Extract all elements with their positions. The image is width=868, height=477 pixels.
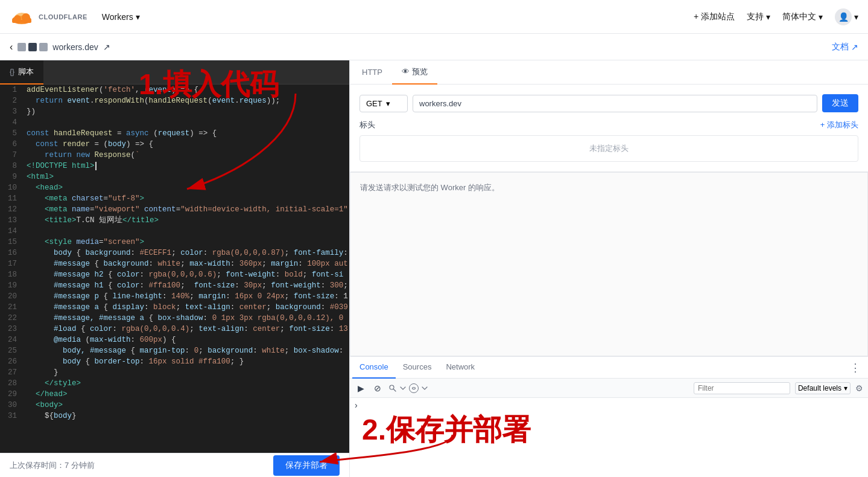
code-line: 4 [0,117,349,128]
console-run-btn[interactable]: ▶ [355,382,367,394]
code-area[interactable]: 1 addEventListener('fetch', (event) => {… [0,85,349,453]
add-site-btn[interactable]: + 添加站点 [694,11,735,22]
method-select[interactable]: GET ▾ [360,95,408,112]
tab-preview[interactable]: 👁 预览 [392,60,437,85]
code-line: 1 addEventListener('fetch', (event) => { [0,85,349,95]
worker-name: workers.dev [52,42,98,52]
doc-label: 文档 [832,42,849,53]
support-btn[interactable]: 支持 ▾ [747,11,770,22]
tab-http[interactable]: HTTP [352,60,392,85]
user-btn[interactable]: 👤 ▾ [835,8,858,25]
breadcrumb-bar: ‹ workers.dev ↗ 文档 ↗ [0,34,868,60]
preview-icon: 👁 [402,67,410,76]
code-line: 20 #message p { line-height: 140%; margi… [0,291,349,302]
devtools-panel: Console Sources Network ⋮ ▶ ⊘ [350,356,868,477]
code-line: 12 <meta name="viewport" content="width=… [0,204,349,215]
code-line: 19 #message h1 { color: #ffa100; font-si… [0,280,349,291]
code-line: 24 @media (max-width: 600px) { [0,335,349,345]
cloudflare-logo [10,9,34,25]
method-chevron-icon: ▾ [386,99,390,108]
code-line: 2 return event.respondWith(handleRequest… [0,95,349,106]
support-chevron-icon: ▾ [766,12,770,22]
nav-right: + 添加站点 支持 ▾ 简体中文 ▾ 👤 ▾ [694,8,858,25]
down-arrow-2-icon [421,385,428,392]
tab-script[interactable]: {} 脚本 [0,60,43,85]
filter-input[interactable] [694,382,790,394]
headers-title: 标头 [360,120,375,130]
code-line: 27 } [0,367,349,378]
add-header-button[interactable]: + 添加标头 [820,120,858,130]
support-label: 支持 [747,11,764,22]
language-label: 简体中文 [782,11,816,22]
external-link-icon[interactable]: ↗ [103,42,110,52]
last-save-text: 上次保存时间：7 分钟前 [10,460,95,471]
add-site-label: + 添加站点 [694,11,735,22]
code-line: 22 #message, #message a { box-shadow: 0 … [0,313,349,324]
right-panel-inner: GET ▾ 发送 标头 + 添加标头 未指定标头 [350,85,868,477]
gear-icon[interactable]: ⚙ [855,383,863,393]
headers-title-row: 标头 + 添加标头 [360,120,858,130]
doc-link-icon: ↗ [851,42,858,52]
http-row: GET ▾ 发送 [360,94,858,112]
workers-chevron-icon: ▾ [136,12,140,22]
request-area: GET ▾ 发送 标头 + 添加标头 未指定标头 [350,85,868,172]
logo-area: CLOUDFLARE [10,9,87,25]
back-arrow-icon[interactable]: ‹ [10,42,13,53]
devtools-toolbar: ▶ ⊘ [350,379,868,398]
code-line: 9 <html> [0,171,349,182]
top-nav: CLOUDFLARE Workers ▾ + 添加站点 支持 ▾ 简体中文 ▾ … [0,0,868,34]
devtools-tab-network[interactable]: Network [439,357,482,379]
method-label: GET [366,99,382,108]
url-input[interactable] [413,95,817,112]
send-button[interactable]: 发送 [822,94,858,112]
code-line: 3 }) [0,106,349,117]
levels-select[interactable]: Default levels ▾ [795,382,851,394]
code-line: 5 const handleRequest = async (request) … [0,128,349,139]
page-wrapper: CLOUDFLARE Workers ▾ + 添加站点 支持 ▾ 简体中文 ▾ … [0,0,868,477]
code-line: 8 <!DOCTYPE html> [0,161,349,171]
block-icon-1 [17,43,26,51]
editor-tabs: {} 脚本 [0,60,349,85]
deploy-button[interactable]: 保存并部署 [273,455,340,476]
devtools-more-icon[interactable]: ⋮ [845,361,866,374]
language-btn[interactable]: 简体中文 ▾ [782,11,823,22]
devtools-content: › [350,398,868,477]
doc-link[interactable]: 文档 ↗ [832,42,858,53]
script-tab-icon: {} [10,68,14,76]
headers-section: 标头 + 添加标头 未指定标头 [360,120,858,162]
console-prompt-icon[interactable]: › [355,400,358,410]
code-line: 21 #message a { display: block; text-ali… [0,302,349,313]
right-panel: HTTP 👁 预览 GET ▾ 发送 [350,60,868,477]
devtools-tab-sources[interactable]: Sources [396,357,439,379]
code-line: 18 #message h2 { color: rgba(0,0,0,0.6);… [0,269,349,280]
filter-icon [388,384,397,392]
code-line: 16 body { background: #ECEFF1; color: rg… [0,248,349,258]
workers-nav[interactable]: Workers ▾ [102,12,140,22]
code-line: 25 body, #message { margin-top: 0; backg… [0,345,349,356]
right-tabs: HTTP 👁 预览 [350,60,868,85]
block-icon-2 [28,43,37,51]
code-line: 13 <title>T.CN 短网址</title> [0,215,349,226]
devtools-tab-console[interactable]: Console [352,357,396,379]
lang-chevron-icon: ▾ [819,12,823,22]
response-area: 请发送请求以测试您的 Worker 的响应。 [350,172,868,356]
user-chevron-icon: ▾ [854,12,858,22]
bottom-bar: 上次保存时间：7 分钟前 保存并部署 [0,453,349,477]
code-line: 23 #load { color: rgba(0,0,0,0.4); text-… [0,324,349,335]
code-line: 31 ${body} [0,411,349,421]
workers-label: Workers [102,12,133,22]
console-clear-btn[interactable]: ⊘ [372,382,384,394]
code-line: 26 body { border-top: 16px solid #ffa100… [0,356,349,367]
breadcrumb-content: workers.dev ↗ [17,42,110,52]
code-line: 29 </head> [0,389,349,400]
down-arrow-icon [399,385,407,392]
svg-rect-4 [12,20,31,23]
code-line: 14 [0,226,349,237]
code-line: 15 <style media="screen"> [0,237,349,248]
svg-line-6 [393,389,396,391]
main-layout: {} 脚本 1 addEventListener('fetch', (event… [0,60,868,477]
breadcrumb-blocks [17,43,48,51]
eye-icon[interactable] [409,383,419,393]
script-tab-label: 脚本 [18,66,34,77]
code-line: 11 <meta charset="utf-8"> [0,193,349,204]
